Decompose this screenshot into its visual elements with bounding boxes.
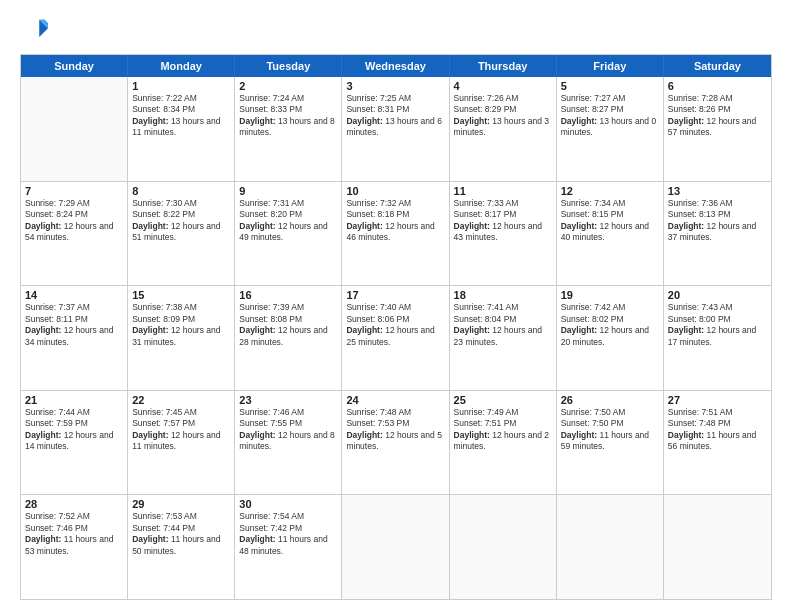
cal-cell: 3Sunrise: 7:25 AMSunset: 8:31 PMDaylight… xyxy=(342,77,449,181)
cal-week-3: 14Sunrise: 7:37 AMSunset: 8:11 PMDayligh… xyxy=(21,286,771,391)
sunrise-line: Sunrise: 7:36 AM xyxy=(668,198,767,209)
cal-cell: 13Sunrise: 7:36 AMSunset: 8:13 PMDayligh… xyxy=(664,182,771,286)
sunrise-line: Sunrise: 7:44 AM xyxy=(25,407,123,418)
day-number: 1 xyxy=(132,80,230,92)
sunset-line: Sunset: 8:08 PM xyxy=(239,314,337,325)
daylight-line: Daylight: 12 hours and 31 minutes. xyxy=(132,325,230,348)
cal-cell xyxy=(664,495,771,599)
cal-cell: 26Sunrise: 7:50 AMSunset: 7:50 PMDayligh… xyxy=(557,391,664,495)
sunset-line: Sunset: 7:55 PM xyxy=(239,418,337,429)
cal-cell: 2Sunrise: 7:24 AMSunset: 8:33 PMDaylight… xyxy=(235,77,342,181)
cal-cell: 6Sunrise: 7:28 AMSunset: 8:26 PMDaylight… xyxy=(664,77,771,181)
day-number: 5 xyxy=(561,80,659,92)
logo-icon xyxy=(20,16,48,44)
day-number: 28 xyxy=(25,498,123,510)
sunrise-line: Sunrise: 7:38 AM xyxy=(132,302,230,313)
day-number: 12 xyxy=(561,185,659,197)
sunrise-line: Sunrise: 7:25 AM xyxy=(346,93,444,104)
header xyxy=(20,16,772,44)
cal-cell: 1Sunrise: 7:22 AMSunset: 8:34 PMDaylight… xyxy=(128,77,235,181)
sunrise-line: Sunrise: 7:54 AM xyxy=(239,511,337,522)
sunset-line: Sunset: 8:26 PM xyxy=(668,104,767,115)
daylight-line: Daylight: 13 hours and 6 minutes. xyxy=(346,116,444,139)
daylight-line: Daylight: 12 hours and 8 minutes. xyxy=(239,430,337,453)
cal-cell xyxy=(342,495,449,599)
sunset-line: Sunset: 7:57 PM xyxy=(132,418,230,429)
sunrise-line: Sunrise: 7:45 AM xyxy=(132,407,230,418)
sunset-line: Sunset: 8:27 PM xyxy=(561,104,659,115)
cal-header-saturday: Saturday xyxy=(664,55,771,77)
sunset-line: Sunset: 7:48 PM xyxy=(668,418,767,429)
daylight-line: Daylight: 12 hours and 25 minutes. xyxy=(346,325,444,348)
sunrise-line: Sunrise: 7:26 AM xyxy=(454,93,552,104)
daylight-line: Daylight: 11 hours and 59 minutes. xyxy=(561,430,659,453)
cal-cell: 29Sunrise: 7:53 AMSunset: 7:44 PMDayligh… xyxy=(128,495,235,599)
sunrise-line: Sunrise: 7:33 AM xyxy=(454,198,552,209)
page: SundayMondayTuesdayWednesdayThursdayFrid… xyxy=(0,0,792,612)
daylight-line: Daylight: 12 hours and 14 minutes. xyxy=(25,430,123,453)
sunrise-line: Sunrise: 7:31 AM xyxy=(239,198,337,209)
cal-week-5: 28Sunrise: 7:52 AMSunset: 7:46 PMDayligh… xyxy=(21,495,771,599)
cal-cell: 7Sunrise: 7:29 AMSunset: 8:24 PMDaylight… xyxy=(21,182,128,286)
cal-cell: 23Sunrise: 7:46 AMSunset: 7:55 PMDayligh… xyxy=(235,391,342,495)
sunrise-line: Sunrise: 7:52 AM xyxy=(25,511,123,522)
daylight-line: Daylight: 12 hours and 51 minutes. xyxy=(132,221,230,244)
cal-cell: 27Sunrise: 7:51 AMSunset: 7:48 PMDayligh… xyxy=(664,391,771,495)
cal-cell: 20Sunrise: 7:43 AMSunset: 8:00 PMDayligh… xyxy=(664,286,771,390)
sunset-line: Sunset: 7:46 PM xyxy=(25,523,123,534)
sunrise-line: Sunrise: 7:53 AM xyxy=(132,511,230,522)
cal-cell: 19Sunrise: 7:42 AMSunset: 8:02 PMDayligh… xyxy=(557,286,664,390)
sunrise-line: Sunrise: 7:46 AM xyxy=(239,407,337,418)
sunset-line: Sunset: 8:24 PM xyxy=(25,209,123,220)
day-number: 23 xyxy=(239,394,337,406)
cal-header-monday: Monday xyxy=(128,55,235,77)
day-number: 18 xyxy=(454,289,552,301)
cal-cell: 10Sunrise: 7:32 AMSunset: 8:18 PMDayligh… xyxy=(342,182,449,286)
sunrise-line: Sunrise: 7:39 AM xyxy=(239,302,337,313)
sunrise-line: Sunrise: 7:29 AM xyxy=(25,198,123,209)
day-number: 14 xyxy=(25,289,123,301)
cal-header-sunday: Sunday xyxy=(21,55,128,77)
sunset-line: Sunset: 7:44 PM xyxy=(132,523,230,534)
day-number: 7 xyxy=(25,185,123,197)
sunset-line: Sunset: 7:42 PM xyxy=(239,523,337,534)
cal-header-wednesday: Wednesday xyxy=(342,55,449,77)
day-number: 8 xyxy=(132,185,230,197)
day-number: 19 xyxy=(561,289,659,301)
sunrise-line: Sunrise: 7:27 AM xyxy=(561,93,659,104)
sunrise-line: Sunrise: 7:43 AM xyxy=(668,302,767,313)
sunrise-line: Sunrise: 7:32 AM xyxy=(346,198,444,209)
day-number: 24 xyxy=(346,394,444,406)
cal-cell: 5Sunrise: 7:27 AMSunset: 8:27 PMDaylight… xyxy=(557,77,664,181)
cal-cell: 12Sunrise: 7:34 AMSunset: 8:15 PMDayligh… xyxy=(557,182,664,286)
day-number: 30 xyxy=(239,498,337,510)
daylight-line: Daylight: 12 hours and 5 minutes. xyxy=(346,430,444,453)
sunset-line: Sunset: 7:59 PM xyxy=(25,418,123,429)
cal-cell: 9Sunrise: 7:31 AMSunset: 8:20 PMDaylight… xyxy=(235,182,342,286)
cal-cell: 17Sunrise: 7:40 AMSunset: 8:06 PMDayligh… xyxy=(342,286,449,390)
day-number: 25 xyxy=(454,394,552,406)
cal-cell: 25Sunrise: 7:49 AMSunset: 7:51 PMDayligh… xyxy=(450,391,557,495)
daylight-line: Daylight: 13 hours and 0 minutes. xyxy=(561,116,659,139)
sunset-line: Sunset: 8:04 PM xyxy=(454,314,552,325)
cal-header-tuesday: Tuesday xyxy=(235,55,342,77)
day-number: 26 xyxy=(561,394,659,406)
daylight-line: Daylight: 11 hours and 53 minutes. xyxy=(25,534,123,557)
sunrise-line: Sunrise: 7:48 AM xyxy=(346,407,444,418)
daylight-line: Daylight: 13 hours and 8 minutes. xyxy=(239,116,337,139)
daylight-line: Daylight: 12 hours and 49 minutes. xyxy=(239,221,337,244)
sunset-line: Sunset: 8:00 PM xyxy=(668,314,767,325)
sunrise-line: Sunrise: 7:34 AM xyxy=(561,198,659,209)
calendar-header-row: SundayMondayTuesdayWednesdayThursdayFrid… xyxy=(21,55,771,77)
cal-week-4: 21Sunrise: 7:44 AMSunset: 7:59 PMDayligh… xyxy=(21,391,771,496)
sunset-line: Sunset: 7:51 PM xyxy=(454,418,552,429)
day-number: 22 xyxy=(132,394,230,406)
cal-cell: 21Sunrise: 7:44 AMSunset: 7:59 PMDayligh… xyxy=(21,391,128,495)
cal-cell: 4Sunrise: 7:26 AMSunset: 8:29 PMDaylight… xyxy=(450,77,557,181)
daylight-line: Daylight: 12 hours and 54 minutes. xyxy=(25,221,123,244)
day-number: 21 xyxy=(25,394,123,406)
day-number: 9 xyxy=(239,185,337,197)
sunset-line: Sunset: 8:06 PM xyxy=(346,314,444,325)
sunset-line: Sunset: 7:53 PM xyxy=(346,418,444,429)
cal-header-thursday: Thursday xyxy=(450,55,557,77)
